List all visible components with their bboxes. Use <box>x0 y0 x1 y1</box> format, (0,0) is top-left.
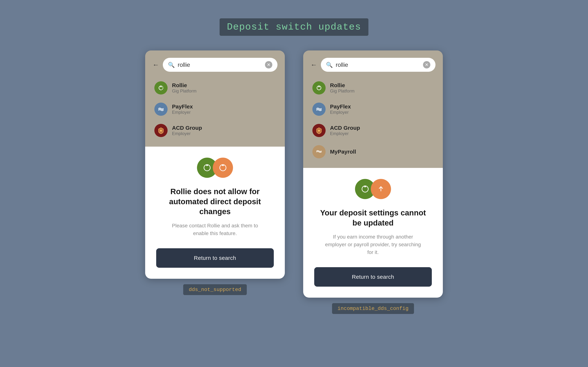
result-icon-payflex-right <box>312 103 326 116</box>
result-name-payflex-left: PayFlex <box>172 103 193 110</box>
result-icon-rollie-right <box>312 81 326 94</box>
result-type-rollie-right: Gig Platform <box>330 88 355 94</box>
page-title-wrapper: Deposit switch updates <box>220 18 369 36</box>
search-icon-right: 🔍 <box>326 62 333 68</box>
result-text-payflex-right: PayFlex Employer <box>330 103 351 115</box>
result-name-payflex-right: PayFlex <box>330 103 351 110</box>
card-label-text-right: incompatible_dds_config <box>337 306 408 311</box>
cards-container: ← 🔍 rollie ✕ <box>145 50 443 314</box>
result-icon-acd-right <box>312 124 326 137</box>
modal-section-left: Rollie does not allow for automated dire… <box>145 147 285 279</box>
result-type-rollie-left: Gig Platform <box>172 88 196 94</box>
modal-subtitle-left: Please contact Rollie and ask them to en… <box>165 222 265 237</box>
result-text-rollie-left: Rollie Gig Platform <box>172 82 196 94</box>
card-wrapper-right: ← 🔍 rollie ✕ <box>303 50 443 314</box>
result-icon-payflex-left <box>154 103 168 116</box>
result-name-acd-left: ACD Group <box>172 125 202 131</box>
return-to-search-left[interactable]: Return to search <box>156 248 274 268</box>
card-label-left: dds_not_supported <box>183 284 247 295</box>
svg-point-2 <box>318 130 320 132</box>
search-results-left: Rollie Gig Platform <box>153 77 277 141</box>
back-button-left[interactable]: ← <box>153 61 159 69</box>
page-title: Deposit switch updates <box>227 22 361 33</box>
modal-title-left: Rollie does not allow for automated dire… <box>162 187 268 217</box>
result-icon-rollie-left <box>154 81 168 94</box>
card-right: ← 🔍 rollie ✕ <box>303 50 443 298</box>
result-payflex-left[interactable]: PayFlex Employer <box>153 99 277 120</box>
result-rollie-right[interactable]: Rollie Gig Platform <box>311 77 435 99</box>
result-icon-mypayroll-right <box>312 145 326 158</box>
clear-button-left[interactable]: ✕ <box>265 61 272 68</box>
search-bar-right[interactable]: 🔍 rollie ✕ <box>321 58 435 72</box>
search-results-right: Rollie Gig Platform <box>311 77 435 162</box>
card-left: ← 🔍 rollie ✕ <box>145 50 285 279</box>
search-icon-left: 🔍 <box>168 62 175 68</box>
card-label-text-left: dds_not_supported <box>189 287 241 292</box>
result-text-payflex-left: PayFlex Employer <box>172 103 193 115</box>
result-mypayroll-right[interactable]: MyPayroll <box>311 141 435 162</box>
search-value-left: rollie <box>178 61 262 68</box>
modal-section-right: Your deposit settings cannot be updated … <box>303 168 443 298</box>
icon-orange-left <box>213 158 233 178</box>
result-name-acd-right: ACD Group <box>330 125 360 131</box>
search-section-left: ← 🔍 rollie ✕ <box>145 50 285 147</box>
clear-button-right[interactable]: ✕ <box>423 61 430 68</box>
search-section-right: ← 🔍 rollie ✕ <box>303 50 443 168</box>
svg-point-0 <box>160 130 162 132</box>
result-icon-acd-left <box>154 124 168 137</box>
card-wrapper-left: ← 🔍 rollie ✕ <box>145 50 285 295</box>
search-bar-left[interactable]: 🔍 rollie ✕ <box>163 58 277 72</box>
result-text-acd-right: ACD Group Employer <box>330 125 360 136</box>
icon-pair-right <box>355 179 391 199</box>
modal-subtitle-right: If you earn income through another emplo… <box>323 233 423 256</box>
result-type-acd-right: Employer <box>330 131 360 136</box>
result-text-acd-left: ACD Group Employer <box>172 125 202 136</box>
search-header-right: ← 🔍 rollie ✕ <box>311 58 435 72</box>
modal-title-right: Your deposit settings cannot be updated <box>320 208 426 228</box>
card-label-right: incompatible_dds_config <box>332 303 414 314</box>
return-to-search-right[interactable]: Return to search <box>314 267 432 287</box>
result-text-rollie-right: Rollie Gig Platform <box>330 82 355 94</box>
result-acd-left[interactable]: ACD Group Employer <box>153 120 277 141</box>
icon-pair-left <box>197 158 233 178</box>
result-type-payflex-left: Employer <box>172 110 193 115</box>
search-value-right: rollie <box>336 61 420 68</box>
result-type-payflex-right: Employer <box>330 110 351 115</box>
result-name-mypayroll-right: MyPayroll <box>330 149 356 155</box>
result-payflex-right[interactable]: PayFlex Employer <box>311 99 435 120</box>
result-acd-right[interactable]: ACD Group Employer <box>311 120 435 141</box>
icon-orange-right <box>371 179 391 199</box>
back-button-right[interactable]: ← <box>311 61 317 69</box>
result-rollie-left[interactable]: Rollie Gig Platform <box>153 77 277 99</box>
result-name-rollie-right: Rollie <box>330 82 355 88</box>
result-name-rollie-left: Rollie <box>172 82 196 88</box>
result-type-acd-left: Employer <box>172 131 202 136</box>
search-header-left: ← 🔍 rollie ✕ <box>153 58 277 72</box>
result-text-mypayroll-right: MyPayroll <box>330 149 356 155</box>
